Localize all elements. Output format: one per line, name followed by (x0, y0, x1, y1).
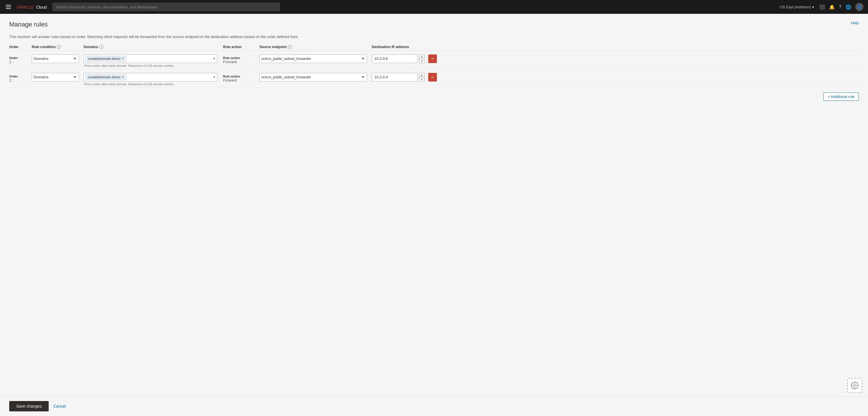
domain-tag-2: ociaddsdomain.demo ✕ (86, 74, 126, 80)
language-icon[interactable]: 🌐 (845, 4, 851, 10)
dest-ip-up-btn-2[interactable]: ▲ (419, 73, 425, 77)
order-col-header: Order (9, 45, 29, 49)
global-search[interactable] (53, 3, 280, 11)
oracle-text: ORACLE (17, 5, 34, 9)
help-widget[interactable] (847, 378, 862, 393)
page-title: Manage rules (9, 21, 48, 28)
domain-hint-2: Press enter after each domain. Maximum o… (84, 83, 217, 86)
description-text: This resolver will answer rules based on… (9, 34, 859, 40)
source-endpoint-select-2[interactable]: ocivcn_public_subnet_forwarder (259, 73, 367, 82)
dest-ip-down-btn-1[interactable]: ▾ (419, 59, 425, 63)
order-cell-2: Order 2 . (9, 73, 29, 83)
delete-cell-2: − (427, 73, 441, 82)
help-link[interactable]: Help (851, 21, 859, 25)
region-label: US East (Ashburn) (780, 5, 811, 9)
source-endpoint-cell-1: ocivcn_public_subnet_forwarder (257, 55, 369, 63)
table-row: Order 2 . Domains ociaddsdomain.demo ✕ ▾… (9, 69, 859, 88)
chevron-down-icon: ▾ (812, 5, 814, 9)
domains-input-1[interactable]: ociaddsdomain.demo ✕ ▾ (84, 55, 217, 63)
rules-table-header: Order Rule condition i Domains i Rule ac… (9, 45, 859, 51)
user-avatar[interactable]: 👤 (855, 3, 863, 11)
rule-action-cell-2: Rule action Forward (220, 73, 257, 83)
search-input[interactable] (53, 3, 280, 11)
order-cell-1: Order 1 . (9, 55, 29, 64)
rule-condition-select-2[interactable]: Domains (32, 73, 79, 82)
dest-ip-up-btn-1[interactable]: ▲ (419, 55, 425, 59)
dest-ip-down-btn-2[interactable]: ▾ (419, 77, 425, 82)
dest-ip-input-1[interactable] (372, 55, 418, 63)
delete-rule-btn-1[interactable]: − (428, 55, 437, 63)
domains-cell-1: ociaddsdomain.demo ✕ ▾ Press enter after… (81, 55, 220, 67)
rule-action-cell-1: Rule action Forward (220, 55, 257, 64)
topnav-icons: ⬛ 🔔 ? 🌐 👤 (819, 3, 863, 11)
help-icon[interactable]: ? (839, 4, 841, 9)
domain-tag-remove-1[interactable]: ✕ (122, 57, 124, 61)
delete-cell-1: − (427, 55, 441, 63)
domains-input-2[interactable]: ociaddsdomain.demo ✕ ▾ (84, 73, 217, 82)
dest-ip-arrows-2: ▲ ▾ (419, 73, 425, 82)
source-endpoint-select-1[interactable]: ocivcn_public_subnet_forwarder (259, 55, 367, 63)
rule-condition-col-header: Rule condition i (29, 45, 81, 49)
domain-tag-remove-2[interactable]: ✕ (122, 75, 124, 79)
dest-ip-cell-2: ▲ ▾ (369, 73, 427, 82)
domains-info-icon[interactable]: i (99, 45, 103, 49)
page-header: Manage rules Help (9, 21, 859, 28)
notification-icon[interactable]: 🔔 (829, 4, 835, 10)
add-rule-button[interactable]: + Additional rule (823, 93, 859, 101)
table-row: Order 1 . Domains ociaddsdomain.demo ✕ ▾… (9, 51, 859, 69)
topnav-right: US East (Ashburn) ▾ ⬛ 🔔 ? 🌐 👤 (780, 3, 863, 11)
source-endpoint-info-icon[interactable]: i (288, 45, 292, 49)
domain-tag-1: ociaddsdomain.demo ✕ (86, 56, 126, 62)
svg-point-1 (854, 384, 856, 387)
region-selector[interactable]: US East (Ashburn) ▾ (780, 5, 814, 9)
domains-dropdown-btn-2[interactable]: ▾ (214, 75, 215, 79)
page-content: Manage rules Help This resolver will ans… (0, 14, 868, 396)
domains-col-header: Domains i (81, 45, 220, 49)
cancel-button[interactable]: Cancel (53, 404, 66, 409)
top-navigation: ORACLE Cloud US East (Ashburn) ▾ ⬛ 🔔 ? 🌐… (0, 0, 868, 14)
dest-ip-col-header: Destination IP address (369, 45, 427, 49)
hamburger-menu[interactable] (5, 4, 12, 10)
dest-ip-cell-1: ▲ ▾ (369, 55, 427, 63)
bottom-bar: Save changes Cancel (0, 396, 868, 416)
delete-rule-btn-2[interactable]: − (428, 73, 437, 82)
source-endpoint-col-header: Source endpoint i (257, 45, 369, 49)
oracle-logo: ORACLE Cloud (16, 4, 47, 10)
add-rule-row: + Additional rule (9, 88, 859, 105)
cloud-shell-icon[interactable]: ⬛ (819, 4, 825, 10)
rule-condition-select-1[interactable]: Domains (32, 55, 79, 63)
dest-ip-arrows-1: ▲ ▾ (419, 55, 425, 63)
domains-dropdown-btn-1[interactable]: ▾ (214, 57, 215, 61)
rule-condition-cell-2: Domains (29, 73, 81, 82)
rule-action-col-header: Rule action (220, 45, 257, 49)
domain-hint-1: Press enter after each domain. Maximum o… (84, 64, 217, 67)
rule-condition-cell-1: Domains (29, 55, 81, 63)
rule-condition-info-icon[interactable]: i (57, 45, 61, 49)
dest-ip-input-2[interactable] (372, 73, 418, 82)
cloud-text: Cloud (36, 5, 47, 9)
domains-cell-2: ociaddsdomain.demo ✕ ▾ Press enter after… (81, 73, 220, 86)
source-endpoint-cell-2: ocivcn_public_subnet_forwarder (257, 73, 369, 82)
save-button[interactable]: Save changes (9, 401, 49, 411)
